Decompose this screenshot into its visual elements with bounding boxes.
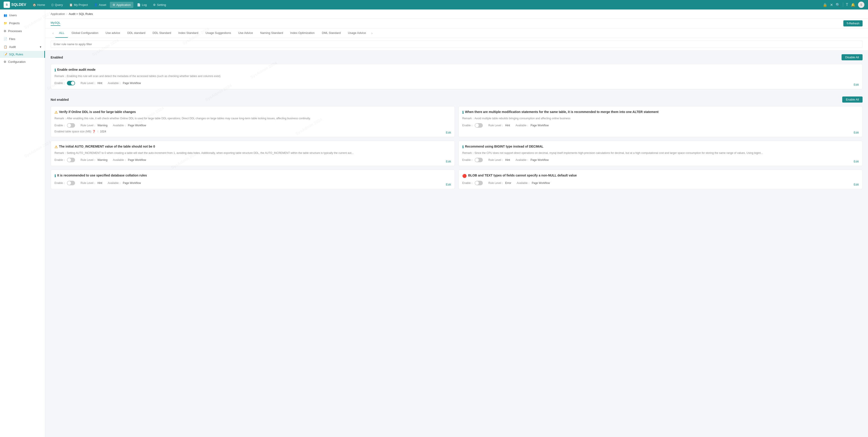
sidebar-item-audit[interactable]: 📋 Audit ▾	[0, 43, 45, 51]
rule-enable-item: Enable：	[55, 81, 75, 85]
tab-use-advice-2[interactable]: Use Advice	[235, 28, 256, 38]
tab-ddl-standard-upper[interactable]: DDL Standard	[149, 28, 175, 38]
translate-icon[interactable]: T	[846, 3, 848, 7]
available-value-blob-text: Page Workflow	[532, 182, 550, 185]
rule-edit-collation[interactable]: Edit	[446, 183, 451, 186]
user-avatar[interactable]: S	[858, 2, 864, 8]
enable-toggle-verify-ddl[interactable]	[67, 123, 75, 128]
rule-edit-link[interactable]: Edit	[854, 83, 859, 86]
sidebar-item-files[interactable]: 📄 Files	[0, 35, 45, 43]
nav-application[interactable]: ⚙ Application	[110, 2, 133, 8]
rule-title-text-bigint-decimal: Recommend using BIGINT type instead of D…	[465, 145, 544, 148]
sidebar-files-label: Files	[9, 37, 15, 41]
breadcrumb: Application › Audit > SQL Rules	[45, 9, 868, 19]
tab-usage-suggestions[interactable]: Usage Suggestions	[202, 28, 235, 38]
tab-usage-advice[interactable]: Usage Advice	[344, 28, 370, 38]
enable-all-button[interactable]: Enable All	[842, 96, 863, 102]
mysql-tab[interactable]: MySQL	[51, 21, 60, 26]
rule-meta-collation: Enable： Rule Level： Hint Available： Page…	[55, 181, 451, 185]
enable-toggle-blob-text[interactable]	[475, 181, 483, 185]
rule-edit-merge-alter[interactable]: Edit	[854, 131, 859, 134]
tab-index-standard[interactable]: Index Standard	[175, 28, 202, 38]
enable-toggle-auto-increment[interactable]	[67, 158, 75, 162]
nav-application-label: Application	[116, 3, 131, 6]
rule-title-text-verify-ddl: Verify if Online DDL is used for large t…	[59, 110, 136, 114]
sidebar-projects-label: Projects	[9, 22, 20, 25]
refresh-button[interactable]: ↻Refresh	[843, 20, 863, 26]
tab-use-advice[interactable]: Use advice	[102, 28, 124, 38]
warn-icon-1: ⚠	[55, 110, 58, 115]
rule-meta-auto-increment: Enable： Rule Level： Warning Available： P…	[55, 158, 451, 162]
filter-input[interactable]	[51, 41, 863, 48]
enable-item-collation: Enable：	[55, 181, 75, 185]
search-icon[interactable]: 🔍	[836, 3, 840, 7]
rule-available-item: Available： Page Workflow	[107, 81, 141, 85]
sidebar-item-configuration[interactable]: ⚙ Configuration	[0, 58, 45, 66]
rule-edit-verify-ddl[interactable]: Edit	[446, 131, 451, 134]
rule-card-bigint-decimal: ℹ Recommend using BIGINT type instead of…	[458, 141, 863, 166]
enabled-title: Enabled	[51, 56, 63, 59]
close-icon[interactable]: ✕	[830, 3, 833, 7]
rule-meta-bigint-decimal: Enable： Rule Level： Hint Available： Page…	[462, 158, 859, 162]
level-item-verify-ddl: Rule Level： Warning	[81, 124, 107, 127]
tab-dml-standard[interactable]: DML Standard	[318, 28, 344, 38]
tab-all[interactable]: ALL	[55, 28, 68, 38]
rule-title-text: Enable online audit mode	[57, 68, 96, 71]
enable-item-bigint-decimal: Enable：	[462, 158, 483, 162]
level-label-merge-alter: Rule Level：	[488, 124, 504, 127]
breadcrumb-application[interactable]: Application	[51, 12, 65, 15]
rule-level-item: Rule Level： Hint	[81, 81, 102, 85]
extra-field-separator: ：	[96, 129, 99, 133]
nav-asset[interactable]: 👤 Asset	[91, 2, 109, 8]
rule-title-text-blob-text: BLOB and TEXT types of fields cannot spe…	[468, 174, 577, 177]
nav-query[interactable]: ⟨⟩ Query	[49, 2, 65, 8]
tab-naming-standard[interactable]: Naming Standard	[256, 28, 287, 38]
configuration-icon: ⚙	[4, 60, 6, 63]
enable-toggle-bigint-decimal[interactable]	[475, 158, 483, 162]
bell-icon[interactable]: 🔔	[851, 3, 855, 7]
rule-edit-bigint-decimal[interactable]: Edit	[854, 160, 859, 163]
app-logo[interactable]: S SQLDEV	[4, 2, 26, 8]
info-icon-5: ℹ	[55, 174, 56, 178]
sidebar-item-sql-rules[interactable]: 📝 SQL Rules	[0, 51, 45, 58]
nav-myproject[interactable]: 📋 My Project	[66, 2, 90, 8]
enable-toggle-collation[interactable]	[67, 181, 75, 185]
rule-edit-auto-increment[interactable]: Edit	[446, 160, 451, 163]
enable-toggle-merge-alter[interactable]	[475, 123, 483, 128]
category-tabs: ‹ ALL Global Configuration Use advice DD…	[45, 28, 868, 38]
level-label-collation: Rule Level：	[81, 181, 96, 185]
tab-ddl-standard-lower[interactable]: DDL standard	[124, 28, 149, 38]
tabs-next-arrow[interactable]: ›	[370, 30, 374, 36]
toggle-knob	[71, 81, 74, 85]
lock-icon[interactable]: 🔒	[823, 3, 827, 7]
rule-card-enable-online-audit: ℹ Enable online audit mode Remark：Enabli…	[51, 64, 863, 89]
sidebar-item-processes[interactable]: ⚙ Processes	[0, 27, 45, 35]
home-icon: 🏠	[33, 3, 36, 6]
audit-icon: 📋	[4, 45, 7, 49]
logo-text: SQLDEV	[11, 3, 26, 7]
info-icon: ℹ	[55, 68, 56, 72]
nav-asset-label: Asset	[99, 3, 106, 6]
rule-edit-blob-text[interactable]: Edit	[854, 183, 859, 186]
sql-rules-icon: 📝	[4, 53, 7, 56]
nav-log[interactable]: 📄 Log	[134, 2, 149, 8]
extra-field-label: Enabled table space size (MB)	[55, 130, 91, 133]
db-tab-bar: MySQL ↻Refresh	[45, 19, 868, 28]
info-icon-4: ℹ	[462, 145, 464, 149]
nav-home[interactable]: 🏠 Home	[30, 2, 48, 8]
enable-item-auto-increment: Enable：	[55, 158, 75, 162]
nav-setting[interactable]: ⚙ Setting	[150, 2, 168, 8]
rule-meta-merge-alter: Enable： Rule Level： Hint Available： Page…	[462, 123, 859, 128]
tabs-prev-arrow[interactable]: ‹	[51, 30, 55, 36]
disable-all-button[interactable]: Disable All	[842, 54, 863, 60]
level-value-blob-text: Error	[505, 182, 511, 185]
rule-remark-merge-alter: Remark：Avoid multiple table rebuilds bri…	[462, 116, 859, 120]
tab-index-optimization[interactable]: Index Optimization	[287, 28, 318, 38]
query-icon: ⟨⟩	[51, 3, 54, 6]
rule-card-collation: ℹ It is recommended to use specified dat…	[51, 170, 455, 189]
tab-global-config[interactable]: Global Configuration	[68, 28, 102, 38]
rule-card-blob-text: 🔴 BLOB and TEXT types of fields cannot s…	[458, 170, 863, 189]
enable-toggle[interactable]	[67, 81, 75, 85]
sidebar-item-users[interactable]: 👥 Users	[0, 11, 45, 19]
sidebar-item-projects[interactable]: 📁 Projects	[0, 19, 45, 27]
